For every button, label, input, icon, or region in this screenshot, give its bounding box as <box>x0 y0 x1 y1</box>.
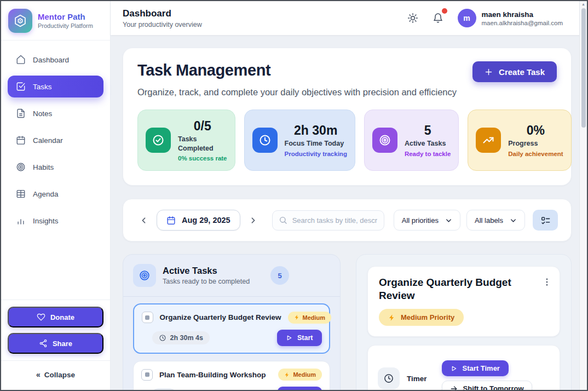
priority-filter-select[interactable]: All priorities <box>394 210 460 231</box>
section-title: Task Management <box>137 61 270 79</box>
task-list: Organize Quarterly Budget Review Medium … <box>123 297 340 390</box>
date-label: Aug 29, 2025 <box>182 216 230 225</box>
section-subtitle: Organize, track, and complete your daily… <box>137 87 557 97</box>
share-label: Share <box>53 340 72 348</box>
lightning-icon <box>294 314 300 320</box>
sidebar-item-calendar[interactable]: Calendar <box>8 129 103 151</box>
sidebar-item-label: Insights <box>33 217 59 225</box>
sidebar-item-label: Calendar <box>33 136 63 145</box>
search-icon <box>279 216 287 225</box>
sidebar-item-label: Notes <box>33 110 52 118</box>
share-icon <box>39 339 48 348</box>
view-options-button[interactable] <box>533 210 558 231</box>
stat-label: Focus Time Today <box>285 139 347 148</box>
prev-day-button[interactable] <box>136 212 151 228</box>
sun-icon <box>407 13 418 24</box>
list-todo-icon <box>540 215 551 226</box>
stat-card-progress: 0% Progress Daily achievement <box>468 110 571 171</box>
donate-button[interactable]: Donate <box>8 307 103 327</box>
task-card[interactable]: Plan Team-Building Workshop Medium <box>133 361 330 390</box>
collapse-button[interactable]: « Collapse <box>1 361 110 390</box>
sidebar-item-dashboard[interactable]: Dashboard <box>8 49 103 71</box>
sidebar-item-notes[interactable]: Notes <box>8 102 103 124</box>
task-title: Plan Team-Building Workshop <box>159 371 266 379</box>
brand-logo <box>8 9 32 33</box>
clock-icon <box>383 373 394 384</box>
date-picker-button[interactable]: Aug 29, 2025 <box>157 210 240 231</box>
stat-sub: Daily achievement <box>508 151 563 157</box>
user-menu[interactable]: m maen khraisha maen.alkhraisha@gmail.co… <box>458 9 563 27</box>
task-detail-card: Organize Quarterly Budget Review Medium … <box>367 266 560 337</box>
start-timer-button[interactable]: Start Timer <box>442 360 509 376</box>
search-input[interactable] <box>272 210 384 231</box>
page-subtitle: Your productivity overview <box>123 21 202 28</box>
chevron-right-icon <box>249 216 258 225</box>
brand: Mentor Path Productivity Platform <box>1 1 110 41</box>
filter-bar: Aug 29, 2025 All priorities All labels <box>123 199 572 242</box>
task-checkbox[interactable] <box>141 369 153 381</box>
sidebar-item-tasks[interactable]: Tasks <box>8 76 103 97</box>
share-button[interactable]: Share <box>8 333 103 354</box>
timer-card: Timer Start Timer Shift to Tomorrow <box>367 345 560 390</box>
check-square-icon <box>16 82 26 91</box>
trending-up-icon <box>482 134 495 147</box>
active-tasks-panel: Active Tasks Tasks ready to be completed… <box>123 254 341 390</box>
task-time-chip: 2h 30m 4s <box>152 331 210 344</box>
brand-name: Mentor Path <box>38 12 93 21</box>
notifications-button[interactable] <box>433 13 443 24</box>
stat-card-active-tasks: 5 Active Tasks Ready to tackle <box>364 110 459 171</box>
task-time-chip <box>152 388 176 390</box>
task-menu-button[interactable] <box>542 277 552 287</box>
stat-sub: Ready to tackle <box>405 151 451 157</box>
stat-sub: Productivity tracking <box>285 151 347 157</box>
stat-card-focus-time: 2h 30m Focus Time Today Productivity tra… <box>244 110 355 171</box>
sidebar-item-agenda[interactable]: Agenda <box>8 183 103 205</box>
task-detail-panel: Organize Quarterly Budget Review Medium … <box>356 254 572 390</box>
task-title: Organize Quarterly Budget Review <box>160 313 281 321</box>
create-task-button[interactable]: Create Task <box>472 61 557 82</box>
avatar: m <box>458 9 476 27</box>
task-management-card: Task Management Create Task Organize, tr… <box>123 48 572 186</box>
clock-icon <box>258 134 272 147</box>
sidebar-item-label: Dashboard <box>33 56 69 64</box>
scrollbar-up-arrow[interactable]: ▲ <box>581 2 585 7</box>
start-task-button[interactable]: Start <box>277 330 321 346</box>
check-circle-icon <box>152 134 165 147</box>
stat-label: Progress <box>508 139 563 148</box>
bell-icon <box>433 13 443 24</box>
detail-task-title: Organize Quarterly Budget Review <box>379 276 528 302</box>
labels-filter-select[interactable]: All labels <box>466 210 525 231</box>
create-task-label: Create Task <box>499 67 545 77</box>
start-task-button[interactable]: Start <box>278 387 322 390</box>
sidebar-item-label: Tasks <box>33 83 52 91</box>
sidebar-footer: Donate Share « Collapse <box>1 300 110 390</box>
task-checkbox[interactable] <box>142 312 153 323</box>
theme-toggle-button[interactable] <box>407 13 418 24</box>
play-icon <box>286 335 292 341</box>
task-card[interactable]: Organize Quarterly Budget Review Medium … <box>133 303 330 354</box>
checkbox-dot-icon <box>145 315 149 320</box>
target-icon <box>139 269 151 281</box>
kebab-icon <box>542 277 552 287</box>
next-day-button[interactable] <box>246 212 261 228</box>
collapse-label: Collapse <box>44 371 75 379</box>
app-window: Mentor Path Productivity Platform Dashbo… <box>0 0 588 391</box>
priority-badge: Medium Priority <box>379 309 464 326</box>
stat-value: 5 <box>424 123 431 138</box>
sidebar-item-habits[interactable]: Habits <box>8 156 103 178</box>
sidebar-item-label: Agenda <box>33 190 59 198</box>
file-text-icon <box>16 108 26 118</box>
lightning-icon <box>388 314 396 321</box>
chevron-left-icon <box>139 216 148 225</box>
sidebar-item-insights[interactable]: Insights <box>8 210 103 232</box>
stat-value: 0/5 <box>194 119 211 134</box>
calendar-icon <box>166 216 176 225</box>
user-name: maen khraisha <box>482 10 563 19</box>
stat-value: 0% <box>527 123 545 138</box>
scrollbar-thumb[interactable] <box>581 8 586 128</box>
vertical-scrollbar[interactable]: ▲ <box>579 1 587 390</box>
stat-card-tasks-completed: 0/5 Tasks Completed 0% success rate <box>137 110 235 171</box>
priority-filter-value: All priorities <box>402 216 439 225</box>
shift-to-tomorrow-button[interactable]: Shift to Tomorrow <box>442 381 532 390</box>
active-tasks-title: Active Tasks <box>163 266 250 276</box>
